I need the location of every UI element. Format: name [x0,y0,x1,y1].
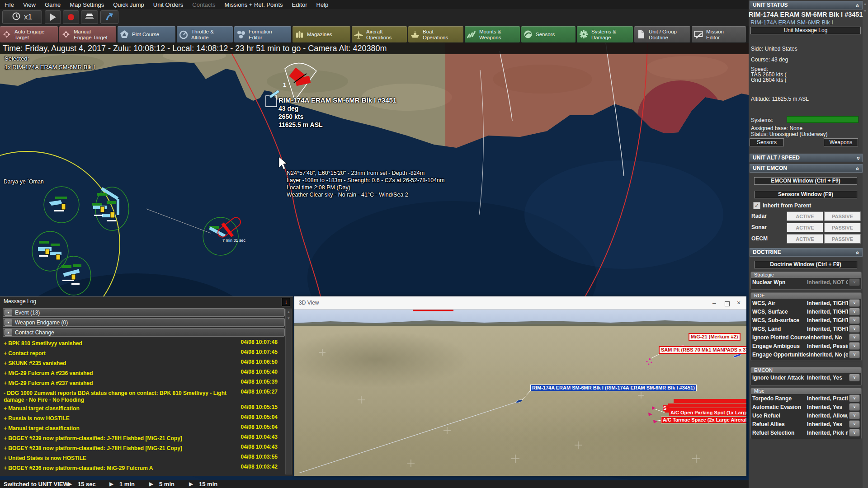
3d-view-window[interactable]: 3D View – × [294,296,746,476]
log-entry[interactable]: + BOGEY #238 now platform-classified: J-… [3,443,285,453]
time-step-15sec[interactable]: 15 sec [78,480,96,488]
chevron-down-icon[interactable]: ∨ [849,278,860,286]
log-entry[interactable]: + BOGEY #239 now platform-classified: J-… [3,433,285,443]
menu-help[interactable]: Help [312,1,333,8]
chevron-down-icon[interactable]: ∨ [849,420,860,428]
ribbon-manual-engage-target[interactable]: Manual Engage Target [59,26,116,42]
scroll-down-icon[interactable]: ▼ [862,8,868,14]
menu-game[interactable]: Game [40,1,65,8]
time-step-icon[interactable]: ▶ [109,480,113,488]
expand-icon[interactable]: « [854,157,862,160]
sidebar-scrollbar[interactable]: ▲ ▼ [863,0,868,488]
ribbon-mounts-weapons[interactable]: Mounts & Weapons [465,26,520,42]
section-unit-status[interactable]: UNIT STATUS « [750,1,863,9]
chevron-down-icon[interactable]: ∨ [849,429,860,436]
emcon-window-button[interactable]: EMCON Window (Ctrl + F9) [754,177,857,185]
menu-missions-ref-points[interactable]: Missions + Ref. Points [220,1,288,8]
scroll-up-icon[interactable]: ▲ [286,309,292,315]
sensors-button[interactable]: Sensors [750,138,784,146]
chevron-up-icon[interactable]: ▲ [5,329,12,336]
chevron-down-icon[interactable]: ∨ [849,412,860,419]
oecm-passive-button[interactable]: PASSIVE [824,234,861,244]
time-step-5min[interactable]: 5 min [159,480,175,488]
log-group-weapon-endgame[interactable]: ▼ Weapon Endgame (0) [3,318,285,327]
map-layers-button[interactable] [81,10,98,24]
collapse-icon[interactable]: « [854,167,862,170]
ribbon-plot-course[interactable]: Plot Course [118,26,175,42]
sonar-active-button[interactable]: ACTIVE [787,223,823,232]
log-group-event[interactable]: ▼ Event (13) [3,308,285,317]
play-button[interactable] [45,10,61,24]
message-log-scrollbar[interactable]: ▲ ▼ [285,309,292,474]
chevron-down-icon[interactable]: ∨ [849,342,860,350]
chevron-down-icon[interactable]: ∨ [849,374,860,381]
log-entry[interactable]: + MiG-29 Fulcrum A #236 vanished04/08 10… [3,368,285,378]
menu-view[interactable]: View [19,1,40,8]
log-entry[interactable]: - DDG 1000 Zumwalt reports BDA status ch… [3,388,285,404]
ribbon-mission-editor[interactable]: Mission Editor [692,26,746,42]
menu-map-settings[interactable]: Map Settings [65,1,108,8]
3d-view-titlebar[interactable]: 3D View – × [294,296,746,310]
inherit-checkbox[interactable]: ✓ [753,202,760,209]
ribbon-magazines[interactable]: Magazines [292,26,350,42]
time-compression-button[interactable]: x1 [2,10,42,24]
weapons-button[interactable]: Weapons [824,138,858,146]
friendly-unit-group[interactable] [49,197,67,211]
log-group-contact-change[interactable]: ▲ Contact Change [3,328,285,337]
time-step-15min[interactable]: 15 min [199,480,217,488]
log-entry[interactable]: + BPK 810 Smetlivyy vanished04/08 10:07:… [3,338,285,348]
ribbon-unit-group-doctrine[interactable]: Unit / Group Doctrine [634,26,690,42]
chevron-down-icon[interactable]: ∨ [849,308,860,315]
chevron-down-icon[interactable]: ∨ [849,394,860,402]
chevron-down-icon[interactable]: ▼ [5,319,12,326]
log-entry[interactable]: + Russia is now HOSTILE04/08 10:05:04 [3,413,285,423]
friendly-unit-group[interactable] [38,241,61,260]
ribbon-auto-engage-target[interactable]: Auto Engage Target [0,26,58,42]
ribbon-boat-operations[interactable]: Boat Operations [408,26,463,42]
close-icon[interactable]: × [735,299,743,306]
chevron-down-icon[interactable]: ∨ [849,316,860,324]
unit-class-link[interactable]: RIM-174A ERAM SM-6MR Blk I [750,19,833,26]
time-step-icon[interactable]: ▶ [149,480,153,488]
chevron-down-icon[interactable]: ∨ [849,299,860,307]
log-entry[interactable]: + Manual target classification04/08 10:0… [3,404,285,413]
log-entry[interactable]: + United States is now HOSTILE04/08 10:0… [3,453,285,463]
log-entry[interactable]: + SKUNK #235 vanished04/08 10:06:50 [3,358,285,368]
jump-to-unit-button[interactable] [100,10,118,24]
collapse-icon[interactable]: « [854,251,862,254]
chevron-down-icon[interactable]: ▼ [5,310,12,316]
radar-active-button[interactable]: ACTIVE [787,211,823,221]
ribbon-aircraft-operations[interactable]: Aircraft Operations [352,26,407,42]
maximize-icon[interactable] [723,300,731,308]
scroll-up-icon[interactable]: ▲ [862,1,868,7]
oecm-active-button[interactable]: ACTIVE [787,234,823,244]
dock-panel-button[interactable]: ↓ [282,298,290,306]
sensors-window-button[interactable]: Sensors Window (F9) [754,191,857,198]
section-unit-alt-speed[interactable]: UNIT ALT / SPEED « [750,154,863,162]
chevron-down-icon[interactable]: ∨ [849,403,860,411]
doctrine-window-button[interactable]: Doctrine Window (Ctrl + F9) [754,261,857,268]
radar-passive-button[interactable]: PASSIVE [824,211,861,221]
ribbon-systems-damage[interactable]: Systems & Damage [577,26,633,42]
time-step-icon[interactable]: ▶ [189,480,193,488]
scroll-down-icon[interactable]: ▼ [286,315,292,321]
log-entry[interactable]: + Manual target classification04/08 10:0… [3,423,285,433]
chevron-down-icon[interactable]: ∨ [849,325,860,333]
ribbon-formation-editor[interactable]: Formation Editor [234,26,291,42]
ribbon-sensors[interactable]: Sensors [521,26,576,42]
menu-quick-jump[interactable]: Quick Jump [108,1,149,8]
chevron-down-icon[interactable]: ∨ [849,351,860,358]
menu-file[interactable]: File [0,1,19,8]
section-doctrine[interactable]: DOCTRINE « [750,248,863,257]
minimize-icon[interactable]: – [710,299,718,306]
3d-view-content[interactable]: MiG-21 (Merkum #2) SAM Plt (RBS 70 Mk1 M… [294,310,746,476]
menu-editor[interactable]: Editor [288,1,312,8]
sonar-passive-button[interactable]: PASSIVE [824,223,861,232]
log-entry[interactable]: + Contact report04/08 10:07:45 [3,348,285,358]
time-step-1min[interactable]: 1 min [119,480,135,488]
menu-unit-orders[interactable]: Unit Orders [149,1,188,8]
ribbon-throttle-altitude[interactable]: Throttle & Altitude [177,26,233,42]
collapse-icon[interactable]: « [854,4,862,7]
record-button[interactable] [63,10,79,24]
log-entry[interactable]: + BOGEY #236 now platform-classified: Mi… [3,463,285,473]
